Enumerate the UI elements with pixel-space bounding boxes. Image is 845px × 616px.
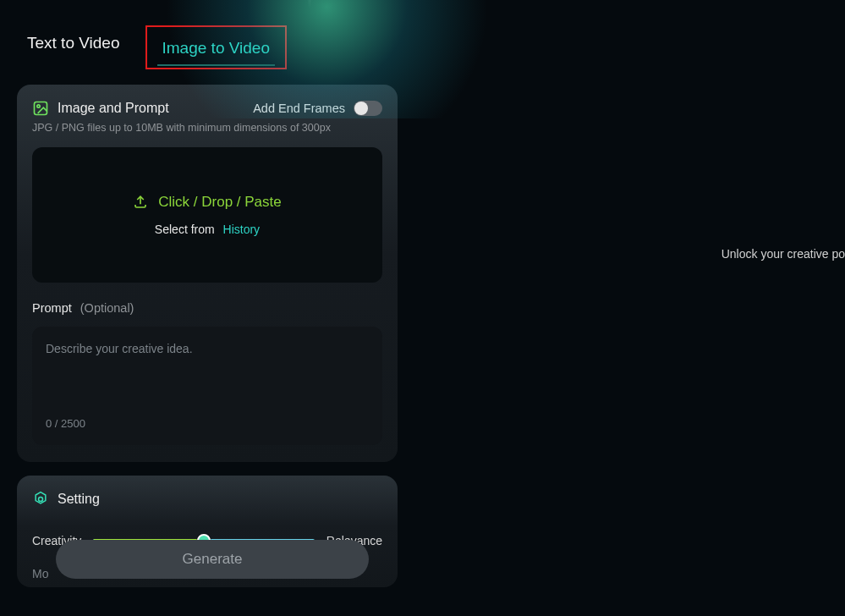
side-promo-text: Unlock your creative po [722, 247, 845, 261]
dropzone-main-row: Click / Drop / Paste [133, 194, 282, 211]
toggle-knob [354, 102, 368, 115]
tab-highlight-box: Image to Video [145, 25, 287, 69]
dropzone-main-text: Click / Drop / Paste [158, 194, 282, 211]
end-frames-label: Add End Frames [253, 102, 345, 115]
setting-panel: Setting Creativity Relevance Mo Generate [17, 476, 398, 587]
image-prompt-title: Image and Prompt [32, 100, 169, 117]
prompt-label-text: Prompt [32, 301, 72, 315]
setting-title: Setting [32, 491, 382, 508]
upload-icon [133, 195, 148, 210]
upload-hint: JPG / PNG files up to 10MB with minimum … [32, 122, 382, 134]
image-prompt-title-text: Image and Prompt [58, 101, 169, 116]
end-frames-toggle[interactable] [354, 101, 382, 116]
history-link[interactable]: History [223, 223, 261, 236]
dropzone-sub-prefix: Select from [155, 223, 215, 236]
image-prompt-panel: Image and Prompt Add End Frames JPG / PN… [17, 85, 398, 462]
dropzone-sub-row: Select from History [155, 223, 260, 236]
prompt-textarea[interactable] [46, 342, 369, 410]
generate-button[interactable]: Generate [56, 540, 369, 579]
tab-text-to-video[interactable]: Text to Video [17, 25, 130, 63]
setting-title-text: Setting [58, 492, 100, 507]
end-frames-control: Add End Frames [253, 101, 382, 116]
tab-image-to-video[interactable]: Image to Video [152, 30, 280, 68]
char-counter: 0 / 2500 [46, 417, 369, 430]
gear-icon [32, 491, 49, 508]
svg-point-1 [37, 105, 40, 107]
prompt-label: Prompt (Optional) [32, 301, 382, 315]
prompt-optional-text: (Optional) [80, 301, 134, 315]
prompt-box: 0 / 2500 [32, 327, 382, 445]
image-icon [32, 100, 49, 117]
upload-dropzone[interactable]: Click / Drop / Paste Select from History [32, 147, 382, 283]
mode-tabs: Text to Video Image to Video [0, 0, 845, 69]
svg-point-2 [39, 498, 43, 502]
